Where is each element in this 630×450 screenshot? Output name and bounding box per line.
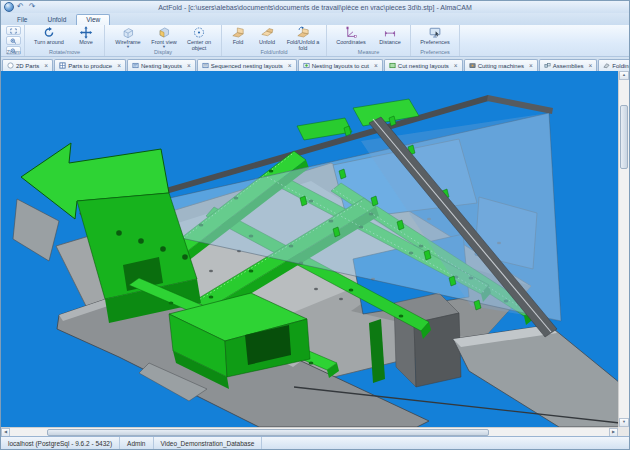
group-label-fold-unfold: Fold/unfold xyxy=(225,49,323,56)
tab-sequenced-nesting-layouts-icon xyxy=(202,62,209,69)
tab-assemblies[interactable]: Assemblies × xyxy=(539,59,597,71)
group-label-display: Display xyxy=(108,49,218,56)
tab-cutting-machines[interactable]: Cutting machines × xyxy=(464,59,538,71)
fold-button[interactable]: Fold xyxy=(225,25,251,45)
coordinates-icon xyxy=(344,26,358,39)
move-icon xyxy=(79,26,93,39)
unfold-button[interactable]: Unfold xyxy=(252,25,282,45)
unfold-icon xyxy=(260,26,274,39)
status-database: Video_Demonstration_Database xyxy=(154,437,263,449)
tab-label: Folding parts xyxy=(612,63,629,69)
tab-label: Cut nesting layouts xyxy=(398,63,449,69)
move-button[interactable]: Move xyxy=(71,25,101,45)
button-label: Turn around xyxy=(34,39,64,45)
tab-label: Sequenced nesting layouts xyxy=(211,63,283,69)
zoom-fit-icon xyxy=(10,28,17,34)
title-bar: ↶ ↷ ActFold - [c:\users\alebas\documents… xyxy=(1,1,629,13)
group-label-zoom: Zoom xyxy=(6,49,21,56)
close-icon[interactable]: × xyxy=(589,63,593,69)
coordinates-button[interactable]: Coordinates xyxy=(330,25,372,45)
button-label: Fold xyxy=(233,39,244,45)
ribbon-tab-view[interactable]: View xyxy=(76,14,110,25)
tab-label: Assemblies xyxy=(553,63,584,69)
close-icon[interactable]: × xyxy=(454,63,458,69)
tab-label: Nesting layouts to cut xyxy=(312,63,369,69)
tab-nesting-layouts[interactable]: Nesting layouts × xyxy=(127,59,196,71)
tab-folding-parts[interactable]: Folding parts × xyxy=(598,59,629,71)
ribbon-tab-file[interactable]: File xyxy=(7,14,37,25)
group-label-rotate-move: Rotate/move xyxy=(28,49,101,56)
close-icon[interactable]: × xyxy=(529,63,533,69)
status-connection: localhost (PostgreSql - 9.6.2 - 5432) xyxy=(1,437,120,449)
group-label-measure: Measure xyxy=(330,49,407,56)
preferences-button[interactable]: Preferences xyxy=(414,25,456,45)
button-label: Distance xyxy=(379,39,400,45)
ribbon-group-preferences: Preferences Preferences xyxy=(411,25,460,56)
close-icon[interactable]: × xyxy=(288,63,292,69)
tab-label: Parts to produce xyxy=(68,63,112,69)
tab-cut-nesting-layouts-icon xyxy=(389,62,396,69)
close-icon[interactable]: × xyxy=(187,63,191,69)
horizontal-scroll-thumb[interactable] xyxy=(47,429,489,436)
window-title: ActFold - [c:\users\alebas\documents\doc… xyxy=(1,4,629,11)
front-view-icon xyxy=(157,26,171,39)
center-on-object-icon xyxy=(192,26,206,39)
tab-cut-nesting-layouts[interactable]: Cut nesting layouts × xyxy=(384,59,463,71)
scroll-up-button[interactable]: ▲ xyxy=(619,71,629,80)
vertical-scroll-thumb[interactable] xyxy=(620,105,628,169)
button-label: Move xyxy=(79,39,92,45)
tab-nesting-layouts-icon xyxy=(132,62,139,69)
ribbon-tab-strip: File Unfold View xyxy=(1,13,629,25)
turn-around-icon xyxy=(42,26,56,39)
turn-around-button[interactable]: Turn around xyxy=(28,25,70,45)
tab-sequenced-nesting-layouts[interactable]: Sequenced nesting layouts × xyxy=(197,59,297,71)
ribbon-group-zoom: Zoom xyxy=(3,25,25,56)
fold-icon xyxy=(231,26,245,39)
zoom-in-button[interactable] xyxy=(6,36,21,45)
ribbon-group-rotate-move: Turn around Move Rotate/move xyxy=(25,25,105,56)
button-label: Coordinates xyxy=(336,39,366,45)
tab-label: 2D Parts xyxy=(16,63,39,69)
button-label: Unfold xyxy=(259,39,275,45)
ribbon-group-fold-unfold: Fold Unfold Fold/Unfold a fold xyxy=(222,25,327,56)
ribbon: Zoom Turn around Move xyxy=(1,25,629,57)
close-icon[interactable]: × xyxy=(374,63,378,69)
fold-unfold-a-fold-icon xyxy=(296,26,310,39)
center-on-object-button[interactable]: Center on object xyxy=(180,25,218,51)
3d-model-canvas[interactable] xyxy=(1,71,620,427)
status-bar: localhost (PostgreSql - 9.6.2 - 5432) Ad… xyxy=(1,436,629,449)
document-tab-strip: 2D Parts × Parts to produce × Nesting la… xyxy=(1,57,629,72)
close-icon[interactable]: × xyxy=(117,63,121,69)
tab-label: Cutting machines xyxy=(478,63,524,69)
ribbon-tab-unfold[interactable]: Unfold xyxy=(37,14,76,25)
fold-unfold-a-fold-button[interactable]: Fold/Unfold a fold xyxy=(283,25,323,51)
application-window: ↶ ↷ ActFold - [c:\users\alebas\documents… xyxy=(0,0,630,450)
front-view-button[interactable]: Front view ▼ xyxy=(149,25,179,49)
tab-assemblies-icon xyxy=(544,62,551,69)
zoom-in-icon xyxy=(10,38,17,44)
tab-nesting-layouts-to-cut[interactable]: Nesting layouts to cut × xyxy=(298,59,383,71)
3d-viewport: ▲ ▼ ◀ ▶ xyxy=(1,71,629,437)
status-user: Admin xyxy=(120,437,153,449)
tab-label: Nesting layouts xyxy=(141,63,182,69)
distance-button[interactable]: Distance xyxy=(373,25,407,45)
close-icon[interactable]: × xyxy=(44,63,48,69)
distance-icon xyxy=(383,26,397,39)
tab-cutting-machines-icon xyxy=(469,62,476,69)
button-label: Preferences xyxy=(420,39,450,45)
vertical-scrollbar[interactable]: ▲ ▼ xyxy=(618,71,629,427)
zoom-fit-button[interactable] xyxy=(6,26,21,35)
tab-2d-parts[interactable]: 2D Parts × xyxy=(2,59,53,71)
tab-folding-parts-icon xyxy=(603,62,610,69)
ribbon-group-measure: Coordinates Distance Measure xyxy=(327,25,411,56)
tab-parts-to-produce-icon xyxy=(59,62,66,69)
scroll-down-button[interactable]: ▼ xyxy=(619,418,629,427)
group-label-preferences: Preferences xyxy=(414,49,456,56)
tab-parts-to-produce[interactable]: Parts to produce × xyxy=(54,59,126,71)
tab-nesting-layouts-to-cut-icon xyxy=(303,62,310,69)
ribbon-group-display: Wireframe ▼ Front view ▼ Center on objec… xyxy=(105,25,222,56)
wireframe-icon xyxy=(121,26,135,39)
wireframe-button[interactable]: Wireframe ▼ xyxy=(108,25,148,49)
tab-2d-parts-icon xyxy=(7,62,14,69)
preferences-icon xyxy=(428,26,442,39)
